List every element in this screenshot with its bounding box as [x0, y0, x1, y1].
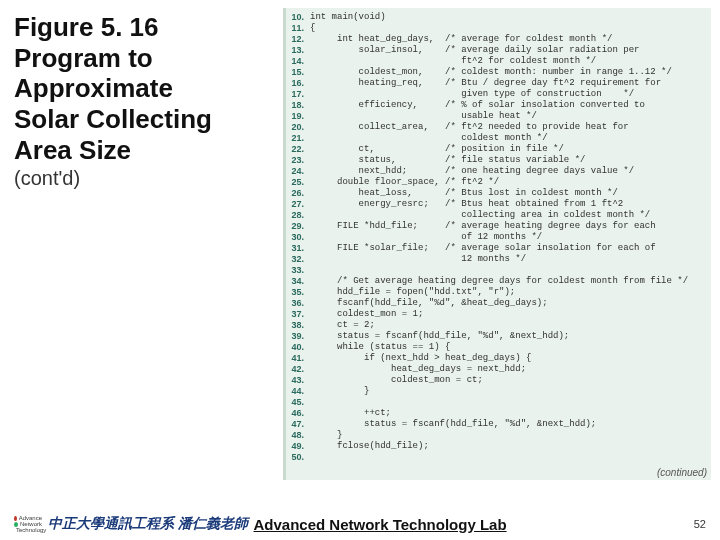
line-number: 38.: [286, 320, 310, 331]
code-line: 39. status = fscanf(hdd_file, "%d", &nex…: [286, 331, 711, 342]
line-number: 44.: [286, 386, 310, 397]
code-line: 46. ++ct;: [286, 408, 711, 419]
line-number: 19.: [286, 111, 310, 122]
line-number: 41.: [286, 353, 310, 364]
code-listing: 10.int main(void)11.{12. int heat_deg_da…: [286, 12, 711, 463]
code-text: fclose(hdd_file);: [310, 441, 711, 452]
code-line: 36. fscanf(hdd_file, "%d", &heat_deg_day…: [286, 298, 711, 309]
code-text: /* Get average heating degree days for c…: [310, 276, 711, 287]
lab-logo-icon: Advance Network Technology: [14, 514, 42, 534]
code-text: {: [310, 23, 711, 34]
line-number: 40.: [286, 342, 310, 353]
code-line: 27. energy_resrc; /* Btus heat obtained …: [286, 199, 711, 210]
line-number: 25.: [286, 177, 310, 188]
line-number: 15.: [286, 67, 310, 78]
code-text: status = fscanf(hdd_file, "%d", &next_hd…: [310, 419, 711, 430]
code-text: collect_area, /* ft^2 needed to provide …: [310, 122, 711, 133]
code-text: }: [310, 430, 711, 441]
line-number: 46.: [286, 408, 310, 419]
code-text: of 12 months */: [310, 232, 711, 243]
code-line: 16. heating_req, /* Btu / degree day ft^…: [286, 78, 711, 89]
code-line: 48. }: [286, 430, 711, 441]
line-number: 23.: [286, 155, 310, 166]
code-line: 10.int main(void): [286, 12, 711, 23]
code-text: int heat_deg_days, /* average for coldes…: [310, 34, 711, 45]
code-text: status = fscanf(hdd_file, "%d", &next_hd…: [310, 331, 711, 342]
line-number: 14.: [286, 56, 310, 67]
code-panel: 10.int main(void)11.{12. int heat_deg_da…: [283, 8, 711, 480]
line-number: 47.: [286, 419, 310, 430]
code-text: ct = 2;: [310, 320, 711, 331]
code-text: coldest_mon, /* coldest month: number in…: [310, 67, 711, 78]
code-text: heating_req, /* Btu / degree day ft^2 re…: [310, 78, 711, 89]
code-line: 44. }: [286, 386, 711, 397]
line-number: 20.: [286, 122, 310, 133]
code-line: 23. status, /* file status variable */: [286, 155, 711, 166]
code-text: [310, 452, 711, 463]
line-number: 28.: [286, 210, 310, 221]
code-text: usable heat */: [310, 111, 711, 122]
code-line: 24. next_hdd; /* one heating degree days…: [286, 166, 711, 177]
code-line: 29. FILE *hdd_file; /* average heating d…: [286, 221, 711, 232]
line-number: 17.: [286, 89, 310, 100]
line-number: 18.: [286, 100, 310, 111]
code-line: 25. double floor_space, /* ft^2 */: [286, 177, 711, 188]
code-line: 33.: [286, 265, 711, 276]
code-line: 18. efficiency, /* % of solar insolation…: [286, 100, 711, 111]
code-text: solar_insol, /* average daily solar radi…: [310, 45, 711, 56]
code-text: coldest_mon = ct;: [310, 375, 711, 386]
code-line: 40. while (status == 1) {: [286, 342, 711, 353]
code-line: 43. coldest_mon = ct;: [286, 375, 711, 386]
line-number: 35.: [286, 287, 310, 298]
line-number: 50.: [286, 452, 310, 463]
footer-lab-name: Advanced Network Technology Lab: [254, 516, 507, 533]
line-number: 29.: [286, 221, 310, 232]
code-text: while (status == 1) {: [310, 342, 711, 353]
page-number: 52: [694, 518, 706, 530]
line-number: 22.: [286, 144, 310, 155]
footer-left: Advance Network Technology 中正大學通訊工程系 潘仁義…: [14, 514, 507, 534]
line-number: 36.: [286, 298, 310, 309]
code-text: double floor_space, /* ft^2 */: [310, 177, 711, 188]
slide: Figure 5. 16 Program to Approximate Sola…: [0, 0, 720, 540]
code-line: 15. coldest_mon, /* coldest month: numbe…: [286, 67, 711, 78]
line-number: 12.: [286, 34, 310, 45]
line-number: 45.: [286, 397, 310, 408]
code-text: ct, /* position in file */: [310, 144, 711, 155]
line-number: 37.: [286, 309, 310, 320]
code-line: 28. collecting area in coldest month */: [286, 210, 711, 221]
line-number: 24.: [286, 166, 310, 177]
code-text: FILE *hdd_file; /* average heating degre…: [310, 221, 711, 232]
code-line: 41. if (next_hdd > heat_deg_days) {: [286, 353, 711, 364]
line-number: 26.: [286, 188, 310, 199]
code-text: next_hdd; /* one heating degree days val…: [310, 166, 711, 177]
line-number: 30.: [286, 232, 310, 243]
line-number: 16.: [286, 78, 310, 89]
code-text: [310, 265, 711, 276]
code-line: 37. coldest_mon = 1;: [286, 309, 711, 320]
code-text: coldest_mon = 1;: [310, 309, 711, 320]
code-line: 45.: [286, 397, 711, 408]
line-number: 49.: [286, 441, 310, 452]
line-number: 48.: [286, 430, 310, 441]
code-line: 49. fclose(hdd_file);: [286, 441, 711, 452]
code-text: [310, 397, 711, 408]
code-line: 17. given type of construction */: [286, 89, 711, 100]
code-text: int main(void): [310, 12, 711, 23]
line-number: 27.: [286, 199, 310, 210]
line-number: 21.: [286, 133, 310, 144]
line-number: 13.: [286, 45, 310, 56]
code-text: }: [310, 386, 711, 397]
code-line: 50.: [286, 452, 711, 463]
code-line: 42. heat_deg_days = next_hdd;: [286, 364, 711, 375]
code-line: 31. FILE *solar_file; /* average solar i…: [286, 243, 711, 254]
code-text: if (next_hdd > heat_deg_days) {: [310, 353, 711, 364]
code-text: coldest month */: [310, 133, 711, 144]
code-text: given type of construction */: [310, 89, 711, 100]
line-number: 32.: [286, 254, 310, 265]
code-line: 22. ct, /* position in file */: [286, 144, 711, 155]
line-number: 10.: [286, 12, 310, 23]
code-line: 11.{: [286, 23, 711, 34]
code-line: 34. /* Get average heating degree days f…: [286, 276, 711, 287]
code-line: 14. ft^2 for coldest month */: [286, 56, 711, 67]
